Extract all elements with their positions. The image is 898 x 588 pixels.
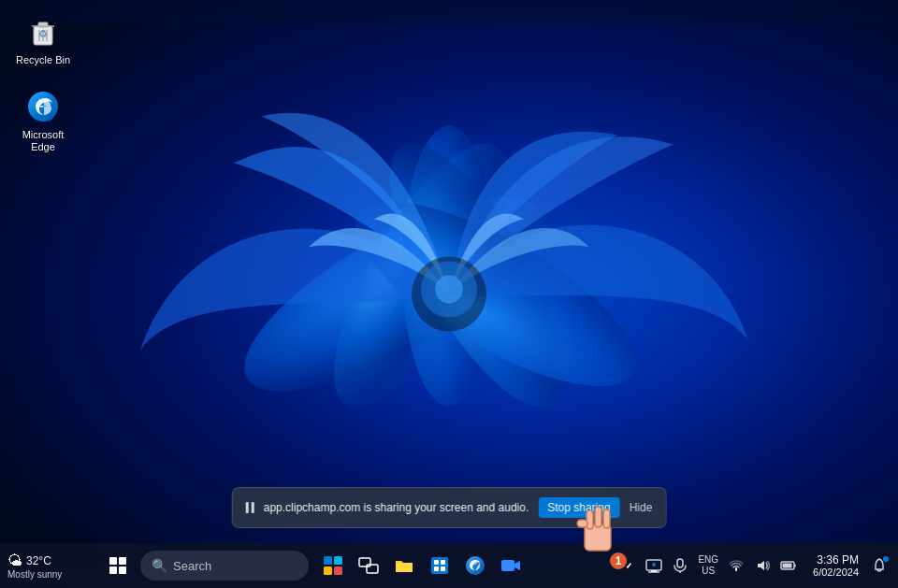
svg-rect-26 (334, 556, 342, 565)
recycle-bin-image: ♻ (24, 13, 62, 50)
windows-logo-icon (109, 557, 126, 574)
language-region: US (702, 566, 715, 577)
file-explorer-button[interactable] (387, 549, 421, 582)
notification-message: app.clipchamp.com is sharing your screen… (264, 501, 529, 514)
svg-rect-34 (434, 566, 439, 571)
temperature: 🌤 32°C (7, 552, 51, 569)
clock-widget[interactable]: 3:36 PM 6/02/2024 (807, 552, 864, 580)
weather-widget[interactable]: 🌤 32°C Mostly sunny (7, 552, 92, 580)
system-tray: ENG US (616, 552, 891, 580)
svg-text:p: p (49, 113, 53, 122)
svg-rect-37 (501, 560, 514, 571)
taskbar-app-icons (316, 549, 528, 582)
badge-number: 1 (608, 551, 629, 571)
stop-sharing-button[interactable]: Stop sharing (538, 497, 619, 518)
recycle-bin-icon[interactable]: ♻ Recycle Bin (9, 9, 77, 70)
taskbar: 🌤 32°C Mostly sunny 🔍 Search (0, 543, 898, 588)
clock-date: 6/02/2024 (813, 566, 859, 578)
clock-time: 3:36 PM (817, 553, 859, 566)
svg-rect-27 (324, 566, 332, 575)
battery-tray-icon[interactable] (777, 554, 800, 577)
edge-label: Microsoft Edge (13, 129, 73, 153)
svg-text:♻: ♻ (38, 28, 48, 39)
widgets-button[interactable] (316, 549, 350, 582)
svg-point-42 (652, 563, 656, 566)
svg-rect-31 (431, 557, 448, 574)
language-indicator[interactable]: ENG US (695, 552, 721, 579)
svg-rect-43 (677, 559, 683, 567)
edge-image: p (24, 88, 62, 125)
pause-indicator (246, 502, 254, 513)
recycle-bin-label: Recycle Bin (16, 54, 70, 66)
svg-rect-47 (794, 565, 796, 567)
wifi-tray-icon[interactable] (725, 554, 747, 577)
notification-bell-button[interactable] (868, 554, 891, 577)
language-lang: ENG (698, 554, 718, 566)
svg-rect-46 (783, 564, 792, 568)
svg-point-36 (466, 556, 485, 575)
svg-marker-38 (514, 561, 520, 570)
edge-taskbar-button[interactable] (458, 549, 492, 582)
desktop: ♻ Recycle Bin p Microsoft Edge (0, 0, 898, 588)
search-label: Search (173, 559, 211, 573)
svg-rect-35 (441, 566, 445, 571)
store-button[interactable] (423, 549, 456, 582)
svg-rect-33 (441, 560, 445, 565)
search-icon: 🔍 (152, 558, 167, 573)
search-bar[interactable]: 🔍 Search (140, 551, 309, 581)
volume-tray-icon[interactable] (751, 554, 774, 577)
task-view-button[interactable] (352, 549, 385, 582)
svg-point-8 (435, 276, 463, 304)
screen-recorder-tray-icon[interactable] (643, 554, 665, 577)
video-call-button[interactable] (494, 549, 528, 582)
microphone-tray-icon[interactable] (669, 554, 691, 577)
svg-rect-32 (434, 560, 439, 565)
screen-share-notification: app.clipchamp.com is sharing your screen… (232, 487, 667, 528)
svg-rect-28 (334, 566, 342, 575)
svg-rect-25 (324, 556, 332, 565)
start-button[interactable] (101, 549, 135, 582)
microsoft-edge-icon[interactable]: p Microsoft Edge (9, 84, 77, 157)
hide-button[interactable]: Hide (630, 501, 653, 514)
weather-condition: Mostly sunny (7, 569, 62, 580)
